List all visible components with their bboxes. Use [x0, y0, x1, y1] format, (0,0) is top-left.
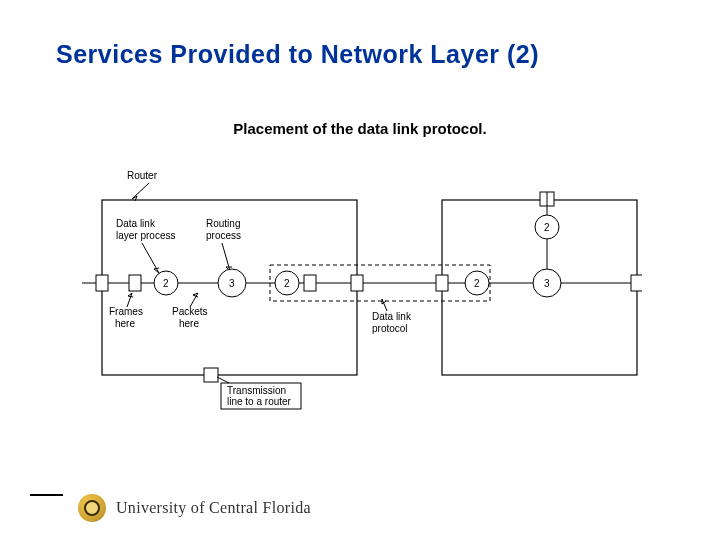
routing-l2: process [206, 230, 241, 241]
svg-rect-8 [351, 275, 363, 291]
packets-l2: here [179, 318, 199, 329]
node-2-right-top: 2 [544, 222, 550, 233]
dll-process-l1: Data link [116, 218, 156, 229]
svg-rect-10 [631, 275, 642, 291]
node-2-right-a: 2 [474, 278, 480, 289]
routing-l1: Routing [206, 218, 240, 229]
node-3-left: 3 [229, 278, 235, 289]
footer-logo-area: University of Central Florida [78, 494, 311, 522]
slide-subtitle: Placement of the data link protocol. [0, 120, 720, 137]
frames-l1: Frames [109, 306, 143, 317]
svg-rect-11 [129, 275, 141, 291]
dlp-diagram: Router Data link layer process Routing p… [82, 165, 642, 410]
dll-process-l2: layer process [116, 230, 175, 241]
svg-rect-12 [304, 275, 316, 291]
trans-l1: Transmission [227, 385, 286, 396]
ucf-seal-icon [78, 494, 106, 522]
svg-rect-24 [204, 368, 218, 382]
node-3-right: 3 [544, 278, 550, 289]
dlp-l1: Data link [372, 311, 412, 322]
svg-rect-7 [96, 275, 108, 291]
router-label: Router [127, 170, 158, 181]
svg-rect-9 [436, 275, 448, 291]
trans-l2: line to a router [227, 396, 292, 407]
packets-l1: Packets [172, 306, 208, 317]
node-2-left-b: 2 [284, 278, 290, 289]
frames-l2: here [115, 318, 135, 329]
slide-title: Services Provided to Network Layer (2) [56, 40, 539, 69]
side-rule [30, 494, 63, 496]
svg-line-26 [217, 377, 229, 383]
dlp-l2: protocol [372, 323, 408, 334]
node-2-left-a: 2 [163, 278, 169, 289]
svg-line-2 [132, 183, 149, 199]
university-name: University of Central Florida [116, 499, 311, 517]
